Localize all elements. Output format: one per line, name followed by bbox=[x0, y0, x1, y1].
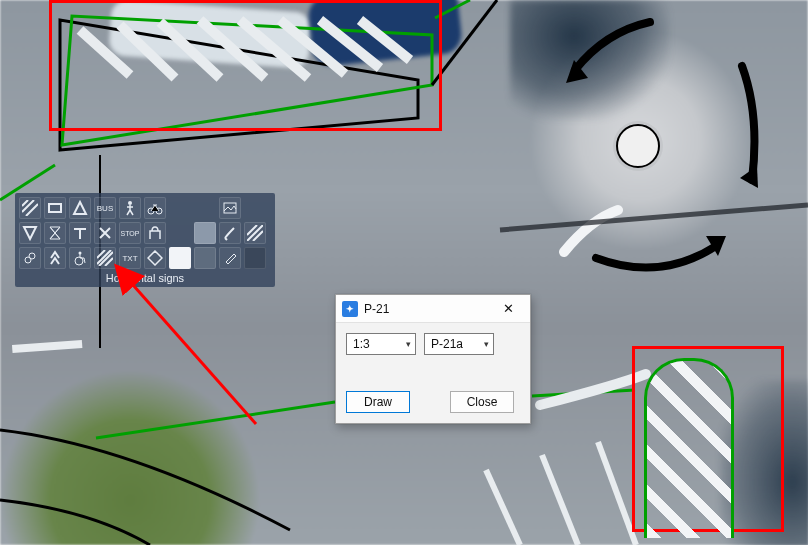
hourglass-icon[interactable] bbox=[44, 222, 66, 244]
diamond-icon[interactable] bbox=[144, 247, 166, 269]
horizontal-signs-palette: BUS STOP bbox=[15, 193, 275, 287]
svg-marker-15 bbox=[740, 166, 758, 188]
txt-text-icon[interactable]: TXT bbox=[119, 247, 141, 269]
svg-line-19 bbox=[486, 470, 520, 545]
p21-dialog: ✦ P-21 ✕ 1:3 ▾ P-21a ▾ Draw Close bbox=[335, 294, 531, 424]
lock-icon[interactable] bbox=[144, 222, 166, 244]
svg-rect-26 bbox=[224, 203, 236, 213]
paint-icon[interactable] bbox=[219, 247, 241, 269]
bicycle-icon[interactable] bbox=[144, 197, 166, 219]
color-swatch-white[interactable] bbox=[169, 247, 191, 269]
svg-point-23 bbox=[128, 201, 132, 205]
triangle-icon[interactable] bbox=[69, 197, 91, 219]
close-icon[interactable]: ✕ bbox=[492, 299, 524, 319]
hatch-tool-p21-icon[interactable] bbox=[94, 247, 116, 269]
ratio-select-value: 1:3 bbox=[353, 337, 370, 351]
roundabout-node[interactable] bbox=[616, 124, 660, 168]
color-swatch-grey2[interactable] bbox=[194, 247, 216, 269]
pedestrian-icon[interactable] bbox=[119, 197, 141, 219]
yield-icon[interactable] bbox=[19, 222, 41, 244]
hatched-island-preview[interactable] bbox=[644, 358, 734, 538]
svg-point-28 bbox=[29, 253, 35, 259]
dialog-title: P-21 bbox=[364, 302, 492, 316]
app-icon: ✦ bbox=[342, 301, 358, 317]
diag-hatch-icon[interactable] bbox=[19, 197, 41, 219]
chevron-down-icon: ▾ bbox=[406, 339, 411, 349]
svg-line-12 bbox=[96, 402, 335, 438]
svg-rect-18 bbox=[12, 340, 82, 353]
ratio-select[interactable]: 1:3 ▾ bbox=[346, 333, 416, 355]
dialog-titlebar[interactable]: ✦ P-21 ✕ bbox=[336, 295, 530, 323]
svg-line-17 bbox=[500, 205, 808, 230]
chevrons-icon[interactable] bbox=[44, 247, 66, 269]
chevron-down-icon: ▾ bbox=[484, 339, 489, 349]
sign-type-select-value: P-21a bbox=[431, 337, 463, 351]
color-swatch-grey[interactable] bbox=[194, 222, 216, 244]
rings-icon[interactable] bbox=[19, 247, 41, 269]
close-button[interactable]: Close bbox=[450, 391, 514, 413]
rect-icon[interactable] bbox=[44, 197, 66, 219]
image-icon[interactable] bbox=[219, 197, 241, 219]
annotation-highlight-top bbox=[49, 0, 442, 131]
stop-text-icon[interactable]: STOP bbox=[119, 222, 141, 244]
palette-spacer bbox=[244, 197, 266, 219]
svg-line-21 bbox=[598, 442, 636, 545]
cross-icon[interactable] bbox=[94, 222, 116, 244]
palette-spacer bbox=[194, 197, 216, 219]
draw-button[interactable]: Draw bbox=[346, 391, 410, 413]
hatch-pattern-icon[interactable] bbox=[244, 222, 266, 244]
color-swatch-dark[interactable] bbox=[244, 247, 266, 269]
t-bar-icon[interactable] bbox=[69, 222, 91, 244]
svg-rect-22 bbox=[49, 204, 61, 212]
palette-title: Horizontal signs bbox=[19, 269, 271, 285]
brush-icon[interactable] bbox=[219, 222, 241, 244]
sign-type-select[interactable]: P-21a ▾ bbox=[424, 333, 494, 355]
palette-spacer bbox=[169, 197, 191, 219]
bus-text-icon[interactable]: BUS bbox=[94, 197, 116, 219]
palette-spacer bbox=[169, 222, 191, 244]
svg-line-20 bbox=[542, 455, 578, 545]
wheelchair-icon[interactable] bbox=[69, 247, 91, 269]
